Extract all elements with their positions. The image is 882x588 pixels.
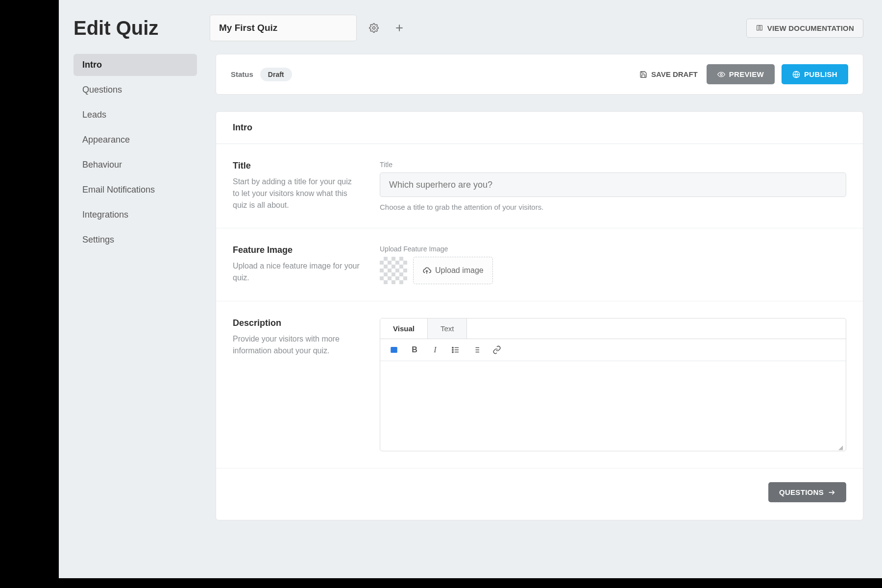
svg-point-11 [452, 347, 453, 348]
cloud-upload-icon [422, 266, 431, 275]
ordered-list-icon[interactable] [470, 344, 482, 356]
view-documentation-label: VIEW DOCUMENTATION [767, 24, 854, 32]
status-card: Status Draft SAVE DRAFT [216, 54, 863, 95]
sidebar-item-email-notifications[interactable]: Email Notifications [74, 179, 197, 201]
title-desc: Start by adding a title for your quiz to… [233, 176, 360, 211]
svg-rect-7 [391, 347, 397, 353]
gear-icon[interactable] [366, 20, 382, 36]
feature-image-label: Upload Feature Image [380, 245, 846, 253]
svg-point-12 [452, 349, 453, 350]
sidebar-nav: Intro Questions Leads Appearance Behavio… [74, 54, 197, 254]
sidebar-item-settings[interactable]: Settings [74, 229, 197, 251]
unordered-list-icon[interactable] [450, 344, 462, 356]
sidebar-item-leads[interactable]: Leads [74, 104, 197, 126]
quiz-name-input[interactable] [210, 15, 357, 41]
preview-button[interactable]: PREVIEW [707, 64, 775, 84]
insert-media-icon[interactable] [388, 344, 400, 356]
description-textarea[interactable] [380, 361, 846, 442]
feature-image-heading: Feature Image [233, 245, 360, 255]
title-field-label: Title [380, 161, 846, 169]
publish-label: PUBLISH [804, 70, 837, 78]
sidebar-item-intro[interactable]: Intro [74, 54, 197, 76]
resize-handle-icon[interactable]: ◢ [380, 444, 846, 451]
svg-point-3 [720, 74, 722, 75]
section-heading: Intro [216, 112, 863, 144]
plus-icon[interactable] [391, 20, 408, 36]
svg-point-0 [372, 26, 375, 29]
preview-label: PREVIEW [729, 70, 764, 78]
feature-image-desc: Upload a nice feature image for your qui… [233, 260, 360, 284]
globe-icon [792, 71, 800, 78]
save-draft-button[interactable]: SAVE DRAFT [637, 65, 700, 83]
save-icon [639, 71, 647, 78]
title-heading: Title [233, 161, 360, 171]
doc-icon [756, 24, 763, 32]
link-icon[interactable] [491, 344, 503, 356]
image-placeholder [380, 257, 407, 284]
sidebar-item-questions[interactable]: Questions [74, 79, 197, 101]
description-heading: Description [233, 318, 360, 328]
publish-button[interactable]: PUBLISH [782, 64, 848, 84]
italic-icon[interactable]: I [429, 344, 441, 356]
svg-point-13 [452, 351, 453, 352]
description-desc: Provide your visitors with more informat… [233, 333, 360, 357]
next-questions-button[interactable]: QUESTIONS [768, 482, 846, 502]
status-badge: Draft [260, 68, 292, 81]
sidebar-item-behaviour[interactable]: Behaviour [74, 154, 197, 176]
view-documentation-button[interactable]: VIEW DOCUMENTATION [746, 19, 863, 38]
arrow-right-icon [828, 489, 835, 496]
title-helper: Choose a title to grab the attention of … [380, 203, 846, 211]
save-draft-label: SAVE DRAFT [651, 70, 698, 78]
tab-visual[interactable]: Visual [380, 318, 428, 339]
sidebar-item-integrations[interactable]: Integrations [74, 204, 197, 226]
tab-text[interactable]: Text [428, 318, 467, 339]
bold-icon[interactable]: B [409, 344, 420, 356]
page-title: Edit Quiz [74, 17, 201, 39]
status-label: Status [231, 70, 253, 78]
title-input[interactable] [380, 172, 846, 197]
description-editor: Visual Text B I [380, 318, 846, 451]
sidebar-item-appearance[interactable]: Appearance [74, 129, 197, 151]
eye-icon [717, 71, 725, 78]
intro-card: Intro Title Start by adding a title for … [216, 111, 863, 520]
next-button-label: QUESTIONS [779, 488, 824, 496]
upload-image-button[interactable]: Upload image [413, 257, 493, 284]
upload-image-label: Upload image [435, 266, 484, 275]
